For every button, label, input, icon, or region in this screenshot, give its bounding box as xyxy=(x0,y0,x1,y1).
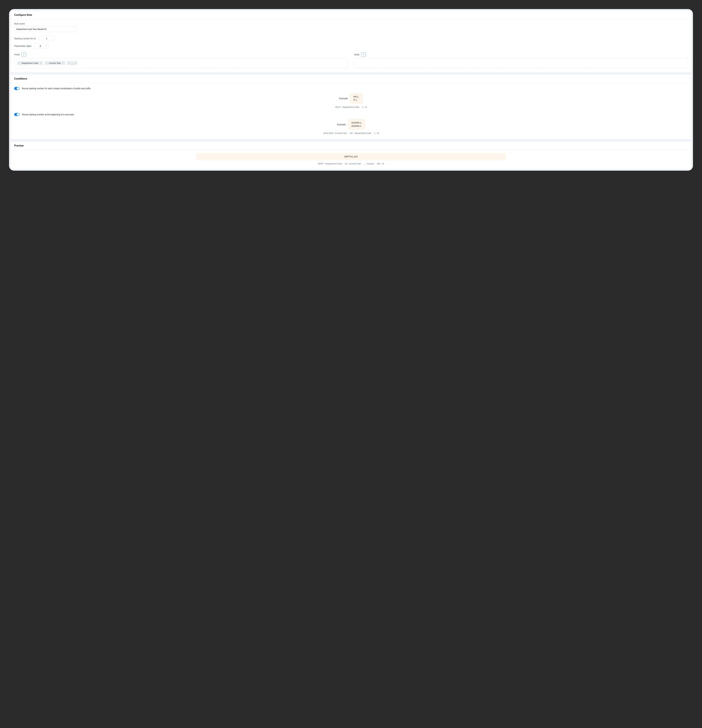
token-remove-button[interactable] xyxy=(40,62,42,64)
app-frame-outer: Configure Rule Rule name Starting number… xyxy=(8,8,694,172)
grip-icon xyxy=(68,62,70,64)
plus-icon xyxy=(23,53,25,56)
grip-icon xyxy=(19,62,20,64)
token-label: Department Code xyxy=(22,62,38,64)
legend-item: DEPT - Department Code xyxy=(318,163,342,165)
toggle-reuse-year[interactable] xyxy=(14,113,19,116)
example-label: Example: xyxy=(339,97,348,100)
rule-name-input[interactable] xyxy=(14,26,77,32)
conditions-title: Conditions xyxy=(14,77,688,80)
svg-point-7 xyxy=(19,64,20,64)
token[interactable]: _ xyxy=(67,61,78,65)
example-label: Example: xyxy=(337,123,346,126)
example-line: IT-1 xyxy=(353,98,360,102)
condition-reuse-year: Reuse starting number at the beginning o… xyxy=(14,113,688,134)
legend-row-preview: DEPT - Department Code24 - Current Year_… xyxy=(14,163,688,165)
svg-point-12 xyxy=(46,63,46,63)
preview-card: Preview DEPT24_001 DEPT - Department Cod… xyxy=(11,141,691,169)
token[interactable]: Current Year xyxy=(44,61,66,65)
conditions-card: Conditions Reuse starting number for eac… xyxy=(11,74,691,139)
close-icon xyxy=(74,62,76,64)
svg-point-6 xyxy=(19,64,19,64)
svg-point-22 xyxy=(69,64,69,64)
starting-number-input[interactable] xyxy=(39,36,55,41)
legend-row-combo: HR,IT - Department Code1 - Id xyxy=(14,106,688,108)
svg-point-4 xyxy=(19,63,19,63)
legend-row-year: 2024,2025 - Current YearHR - Department … xyxy=(14,132,688,134)
app-frame-inner: Configure Rule Rule name Starting number… xyxy=(9,9,693,170)
starting-number-label: Starting number for ID xyxy=(14,37,36,40)
configure-rule-title: Configure Rule xyxy=(14,14,688,16)
prefix-token-area[interactable]: Department CodeCurrent Year_ xyxy=(14,58,348,68)
svg-point-20 xyxy=(69,63,69,63)
example-box-combo: HR-1,IT-1 xyxy=(350,94,363,103)
example-box-year: 2024HR-1,2025HR-1 xyxy=(348,120,365,130)
prefix-label: Prefix xyxy=(14,53,20,56)
svg-point-5 xyxy=(19,63,20,63)
svg-point-15 xyxy=(47,64,47,64)
example-line: 2025HR-1 xyxy=(351,124,362,128)
legend-item: 24 - Current Year xyxy=(345,163,361,165)
toggle-reuse-combo[interactable] xyxy=(14,87,19,90)
grip-icon xyxy=(46,62,48,64)
condition-reuse-year-label: Reuse starting number at the beginning o… xyxy=(22,113,74,116)
toggle-knob xyxy=(17,113,19,116)
close-icon xyxy=(62,62,64,64)
placeholder-digits-label: Placeholder digits xyxy=(14,45,32,47)
prefix-section: Prefix Department CodeCurrent Year_ xyxy=(14,52,348,68)
close-icon xyxy=(40,62,42,64)
rule-name-label: Rule name xyxy=(14,22,688,25)
token-remove-button[interactable] xyxy=(74,62,76,64)
preview-title: Preview xyxy=(14,144,688,147)
legend-item: HR,IT - Department Code xyxy=(335,106,359,108)
token-label: Current Year xyxy=(49,62,61,64)
token[interactable]: Department Code xyxy=(17,61,43,65)
placeholder-digits-select[interactable] xyxy=(35,43,49,49)
plus-icon xyxy=(363,53,364,56)
conditions-header: Conditions xyxy=(11,75,691,83)
legend-item: _ - Custom xyxy=(364,163,374,165)
suffix-token-area[interactable] xyxy=(354,58,688,68)
suffix-section: Suffix xyxy=(354,52,688,68)
suffix-label: Suffix xyxy=(354,53,360,56)
example-line: 2024HR-1, xyxy=(351,121,362,124)
configure-rule-card: Configure Rule Rule name Starting number… xyxy=(11,11,691,72)
configure-rule-header: Configure Rule xyxy=(11,11,691,19)
toggle-knob xyxy=(17,87,19,90)
legend-item: 1 - Id xyxy=(362,106,367,108)
preview-value: DEPT24_001 xyxy=(196,153,506,160)
legend-item: 1 - Id xyxy=(374,132,379,134)
add-suffix-button[interactable] xyxy=(361,52,366,57)
legend-item: HR - Department Code xyxy=(350,132,371,134)
svg-point-23 xyxy=(69,64,69,64)
token-remove-button[interactable] xyxy=(62,62,64,64)
legend-item: 2024,2025 - Current Year xyxy=(323,132,347,134)
condition-reuse-combo-label: Reuse starting number for each unique co… xyxy=(22,87,91,90)
svg-point-21 xyxy=(69,63,69,63)
condition-reuse-combo: Reuse starting number for each unique co… xyxy=(14,87,688,108)
add-prefix-button[interactable] xyxy=(22,52,26,57)
svg-point-14 xyxy=(46,64,46,64)
example-line: HR-1, xyxy=(353,95,360,98)
svg-point-13 xyxy=(47,63,47,63)
token-label: _ xyxy=(71,62,73,64)
legend-item: 001 - Id xyxy=(377,163,384,165)
preview-header: Preview xyxy=(11,142,691,150)
